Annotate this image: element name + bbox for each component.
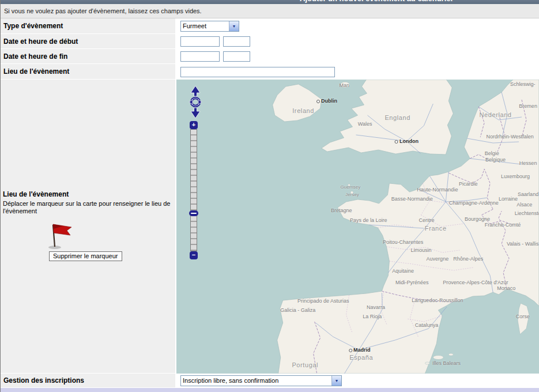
map-label: London bbox=[395, 138, 419, 144]
form-row-map: Lieu de l'évènement Déplacer le marqueur… bbox=[1, 80, 539, 374]
map-label: Monaco bbox=[497, 285, 515, 291]
form-row-end: Date et heure de fin bbox=[1, 49, 539, 64]
map-label: Navarra bbox=[367, 304, 385, 310]
event-type-selected-value: Furmeet bbox=[181, 21, 229, 31]
form-row-location: Lieu de l'évènement bbox=[1, 64, 539, 80]
map-zoom-control: + − bbox=[189, 121, 198, 259]
map-label: Midi-Pyrénées bbox=[395, 280, 429, 285]
map-label: Bremen bbox=[519, 103, 537, 109]
map-label: Centre bbox=[419, 217, 434, 223]
map-label: Champagne-Ardenne bbox=[449, 200, 499, 206]
event-location-map[interactable]: ManDublinIrelandEnglandWalesLondonNederl… bbox=[176, 80, 539, 374]
map-label: Portugal bbox=[292, 361, 318, 368]
map-label: Corse bbox=[516, 314, 530, 319]
map-label: Basse-Normandie bbox=[391, 196, 433, 202]
map-label: Illes Balears bbox=[432, 360, 461, 366]
map-label: Galicia - Galiza bbox=[280, 307, 315, 313]
map-label: Lorraine bbox=[499, 196, 518, 202]
map-label: Provence-Alpes-Côte d'Azur bbox=[443, 280, 508, 285]
map-label: Dublin bbox=[316, 98, 337, 104]
map-label: Saarland bbox=[518, 191, 538, 197]
dropdown-arrow-icon: ▼ bbox=[331, 376, 341, 386]
map-label: Belgie bbox=[485, 150, 499, 156]
map-location-label: Lieu de l'évènement bbox=[3, 190, 171, 198]
map-label: Nordrhein-Westfalen bbox=[486, 134, 533, 140]
map-label: La Rioja bbox=[363, 314, 382, 319]
pan-down-icon bbox=[191, 108, 200, 118]
zoom-in-button[interactable]: + bbox=[190, 121, 198, 129]
location-label: Lieu de l'évènement bbox=[1, 64, 176, 80]
footer-bar bbox=[1, 388, 539, 392]
map-label: España bbox=[349, 354, 373, 361]
map-labels: ManDublinIrelandEnglandWalesLondonNederl… bbox=[176, 80, 539, 374]
end-date-input[interactable] bbox=[180, 51, 220, 62]
map-label: Hessen bbox=[519, 160, 537, 166]
zoom-slider-track[interactable] bbox=[190, 129, 197, 251]
map-label: Nederland bbox=[479, 111, 511, 118]
map-label: Bretagne bbox=[331, 208, 352, 213]
start-date-input[interactable] bbox=[180, 36, 220, 47]
event-type-select[interactable]: Furmeet ▼ bbox=[180, 21, 239, 32]
map-label: Valais - Wallis bbox=[507, 241, 539, 247]
marker-flag-icon bbox=[46, 220, 76, 250]
map-label: Madrid bbox=[349, 347, 371, 353]
registration-selected-value: Inscription libre, sans confirmation bbox=[181, 376, 331, 386]
form-row-registration: Gestion des inscriptions Inscription lib… bbox=[1, 374, 539, 388]
map-label: Alsace bbox=[517, 202, 532, 208]
map-label: Haute-Normandie bbox=[417, 187, 458, 193]
map-label: Liechtenstein bbox=[515, 210, 539, 216]
map-label: Guernsey bbox=[341, 184, 361, 190]
map-label: Schleswig- bbox=[510, 81, 536, 87]
zoom-slider-handle[interactable] bbox=[189, 210, 198, 216]
dropdown-arrow-icon: ▼ bbox=[229, 21, 239, 31]
map-label: Franche-Comté bbox=[485, 222, 521, 228]
remove-marker-button[interactable]: Supprimer le marqueur bbox=[49, 251, 122, 261]
map-label: Catalunya bbox=[415, 322, 439, 328]
map-label: Limousin bbox=[411, 247, 432, 253]
page-title: Ajouter un nouvel évènement au calendrie… bbox=[300, 0, 454, 3]
registration-label: Gestion des inscriptions bbox=[1, 374, 176, 388]
form-row-type: Type d'évènement Furmeet ▼ bbox=[1, 18, 539, 34]
event-form-page: Ajouter un nouvel évènement au calendrie… bbox=[0, 0, 539, 392]
map-label: Pays de la Loire bbox=[350, 217, 387, 223]
map-hint-text: Déplacer le marqueur sur la carte pour r… bbox=[3, 200, 171, 215]
notice-bar: Si vous ne voulez pas ajouter d'évènemen… bbox=[1, 4, 539, 18]
map-label: Luxembourg bbox=[501, 174, 530, 179]
end-label: Date et heure de fin bbox=[1, 49, 176, 64]
end-time-input[interactable] bbox=[223, 51, 250, 62]
map-label: France bbox=[425, 225, 447, 232]
registration-select[interactable]: Inscription libre, sans confirmation ▼ bbox=[180, 375, 342, 386]
map-label: Bourgogne bbox=[465, 216, 490, 222]
map-label: Ireland bbox=[292, 107, 314, 114]
map-label: Aquitaine bbox=[392, 268, 414, 274]
map-label: Principado de Asturias bbox=[297, 298, 349, 304]
map-label: England bbox=[385, 114, 410, 121]
notice-text: Si vous ne voulez pas ajouter d'évènemen… bbox=[4, 7, 202, 14]
map-label: Jersey bbox=[345, 191, 359, 197]
map-label: Languedoc-Roussillon bbox=[412, 297, 463, 303]
map-label: Belgique bbox=[485, 157, 506, 163]
location-input[interactable] bbox=[180, 67, 335, 77]
type-label: Type d'évènement bbox=[1, 18, 176, 34]
pan-up-icon bbox=[191, 86, 200, 96]
map-label: Rhône-Alpes bbox=[453, 256, 483, 262]
map-label: Picardie bbox=[459, 181, 478, 187]
map-label: Wales bbox=[358, 121, 372, 127]
map-pan-control[interactable] bbox=[189, 85, 202, 119]
page-header: Ajouter un nouvel évènement au calendrie… bbox=[1, 0, 539, 4]
start-label: Date et heure de début bbox=[1, 34, 176, 49]
map-label: Poitou-Charentes bbox=[383, 239, 423, 245]
map-label: Auvergne bbox=[427, 256, 449, 262]
start-time-input[interactable] bbox=[223, 36, 250, 47]
zoom-out-button[interactable]: − bbox=[190, 251, 198, 259]
form-row-start: Date et heure de début bbox=[1, 34, 539, 49]
map-label: Man bbox=[339, 82, 349, 88]
